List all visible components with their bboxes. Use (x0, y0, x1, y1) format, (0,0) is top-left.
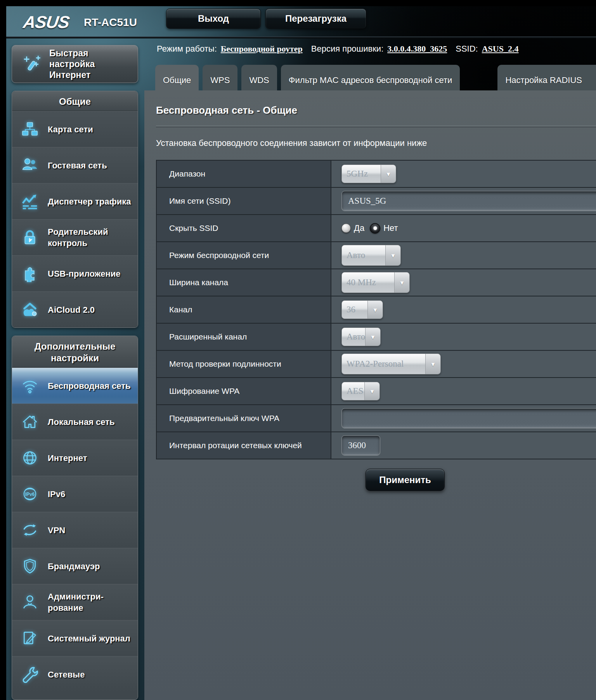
traffic-manager-icon (12, 193, 48, 210)
sidebar-item-network-tools[interactable]: Сетевые (12, 656, 138, 692)
sidebar-item-label: Системный журнал (48, 633, 133, 644)
sidebar-item-label: Брандмауэр (48, 561, 102, 572)
wireless-mode-select[interactable]: Авто ▼ (341, 245, 401, 266)
chevron-down-icon: ▼ (367, 301, 383, 319)
table-row-band: Диапазон 5GHz ▼ (157, 161, 596, 188)
sidebar-item-vpn[interactable]: VPN (12, 512, 138, 548)
wpa-key-input[interactable] (341, 408, 596, 428)
table-row-channel: Канал 36 ▼ (157, 296, 596, 324)
svg-text:IPv6: IPv6 (25, 492, 35, 497)
sidebar-item-wireless[interactable]: Беспроводная сеть (12, 367, 138, 404)
main-area: Режим работы: Беспроводной роутер Версия… (144, 38, 596, 700)
router-model: RT-AC51U (84, 16, 137, 29)
tab-radius[interactable]: Настройка RADIUS (497, 65, 596, 90)
sidebar-item-system-log[interactable]: Системный журнал (12, 620, 138, 656)
band-select[interactable]: 5GHz ▼ (341, 165, 396, 183)
auth-method-select[interactable]: WPA2-Personal ▼ (341, 353, 441, 374)
aicloud-icon (12, 301, 48, 319)
section-title: Дополнительные настройки (12, 336, 138, 367)
lan-icon (12, 413, 48, 430)
tab-wps[interactable]: WPS (203, 65, 237, 90)
ssid-label: SSID: (456, 44, 478, 54)
wireless-icon (12, 377, 48, 394)
page-title: Беспроводная сеть - Общие (156, 104, 596, 116)
sidebar-item-parental-control[interactable]: Родительский контроль (12, 219, 138, 255)
status-bar: Режим работы: Беспроводной роутер Версия… (157, 44, 596, 54)
tab-mac-filter[interactable]: Фильтр MAC адресов беспроводной сети (281, 65, 460, 90)
firewall-icon (12, 558, 48, 575)
sidebar-item-firewall[interactable]: Брандмауэр (12, 548, 138, 584)
quick-setup-button[interactable]: Быстрая настройка Интернет (12, 45, 138, 83)
reboot-button[interactable]: Перезагрузка (265, 9, 366, 29)
field-label: Интервал ротации сетевых ключей (157, 432, 331, 459)
sidebar: Быстрая настройка Интернет Общие Карта с… (12, 40, 138, 700)
sidebar-item-label: VPN (48, 525, 68, 536)
tab-general[interactable]: Общие (155, 65, 199, 90)
firmware-link[interactable]: 3.0.0.4.380_3625 (387, 44, 447, 54)
table-row-wpa-encryption: Шифрование WPA AES ▼ (157, 378, 596, 405)
sidebar-item-label: IPv6 (48, 489, 68, 500)
ssid-input[interactable] (341, 191, 596, 211)
sidebar-item-label: Сетевые (48, 669, 87, 680)
sidebar-item-administration[interactable]: Администри-рование (12, 584, 138, 620)
top-banner: ASUS RT-AC51U Выход Перезагрузка (6, 6, 596, 36)
sidebar-item-label: Локальная сеть (48, 416, 117, 428)
field-label: Шифрование WPA (157, 378, 331, 404)
tab-bar: Общие WPS WDS Фильтр MAC адресов беспров… (155, 65, 596, 90)
title-divider (156, 126, 596, 127)
field-label: Скрыть SSID (157, 215, 331, 241)
sidebar-item-label: Администри-рование (48, 591, 138, 613)
wpa-encryption-select[interactable]: AES ▼ (341, 382, 380, 400)
hide-ssid-no-radio[interactable] (370, 223, 380, 234)
apply-button[interactable]: Применить (366, 469, 445, 491)
sidebar-item-label: AiCloud 2.0 (48, 304, 97, 315)
table-row-hide-ssid: Скрыть SSID Да Нет (157, 215, 596, 242)
mode-label: Режим работы: (157, 44, 217, 54)
ssid-link[interactable]: ASUS_2.4 (482, 44, 519, 54)
hide-ssid-radio-group: Да Нет (341, 223, 404, 234)
hide-ssid-yes-radio[interactable] (341, 224, 351, 233)
sidebar-item-traffic-manager[interactable]: Диспетчер трафика (12, 183, 138, 219)
vpn-icon (12, 522, 48, 539)
chevron-down-icon: ▼ (364, 382, 379, 400)
table-row-key-rotation: Интервал ротации сетевых ключей (157, 432, 596, 459)
sidebar-item-label: USB-приложение (48, 268, 123, 279)
magic-wand-icon (16, 55, 49, 73)
table-row-channel-width: Ширина канала 40 MHz ▼ (157, 269, 596, 296)
usb-app-icon (12, 265, 48, 282)
channel-width-select[interactable]: 40 MHz ▼ (341, 272, 410, 293)
sidebar-item-label: Беспроводная сеть (48, 380, 133, 392)
admin-icon (12, 594, 48, 611)
mode-link[interactable]: Беспроводной роутер (221, 44, 303, 54)
field-label: Расширенный канал (157, 324, 331, 350)
sidebar-item-usb-application[interactable]: USB-приложение (12, 255, 138, 291)
radio-label: Нет (383, 223, 398, 233)
logout-button[interactable]: Выход (166, 9, 261, 29)
field-label: Диапазон (157, 161, 331, 187)
tab-wds[interactable]: WDS (241, 65, 277, 90)
sidebar-section-general: Общие Карта сети (12, 91, 138, 328)
chevron-down-icon: ▼ (394, 272, 409, 293)
sidebar-item-guest-network[interactable]: Гостевая сеть (12, 147, 138, 183)
table-row-wpa-key: Предварительный ключ WPA (157, 405, 596, 432)
settings-table: Диапазон 5GHz ▼ Имя сети (SSID) (156, 160, 596, 459)
table-row-wireless-mode: Режим беспроводной сети Авто ▼ (157, 242, 596, 269)
key-rotation-input[interactable] (341, 435, 380, 456)
channel-select[interactable]: 36 ▼ (341, 300, 383, 319)
sidebar-item-lan[interactable]: Локальная сеть (12, 404, 138, 440)
radio-label: Да (354, 223, 364, 233)
sidebar-section-advanced: Дополнительные настройки Беспроводная се… (12, 336, 138, 700)
sidebar-item-aicloud[interactable]: AiCloud 2.0 (12, 291, 138, 327)
sidebar-item-ipv6[interactable]: IPv6 IPv6 (12, 476, 138, 512)
guest-network-icon (12, 157, 48, 174)
content-panel: Беспроводная сеть - Общие Установка бесп… (144, 90, 596, 700)
firmware-label: Версия прошивки: (311, 44, 384, 54)
page-background: ASUS RT-AC51U Выход Перезагрузка Быстрая… (6, 6, 596, 700)
sidebar-item-internet[interactable]: Интернет (12, 440, 138, 476)
extension-channel-select[interactable]: Авто ▼ (341, 327, 381, 346)
network-tools-icon (12, 666, 48, 683)
sidebar-item-network-map[interactable]: Карта сети (12, 111, 138, 147)
field-label: Метод проверки подлинности (157, 351, 331, 377)
table-row-ssid: Имя сети (SSID) (157, 188, 596, 215)
quick-setup-label: Быстрая настройка Интернет (49, 48, 134, 80)
